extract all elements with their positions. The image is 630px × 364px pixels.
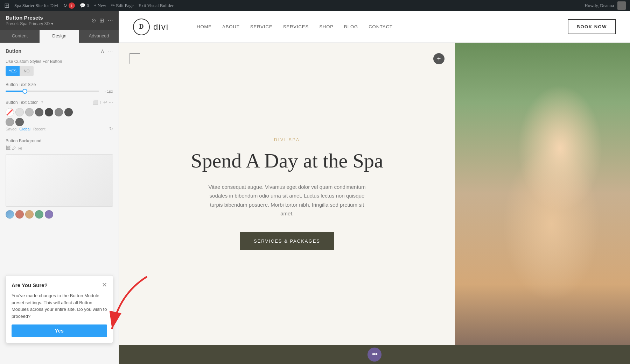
site-logo: D divi bbox=[133, 19, 169, 35]
color-ctrl-align-icon[interactable]: ↑ bbox=[100, 100, 102, 105]
avatar bbox=[617, 1, 626, 10]
tab-design[interactable]: Design bbox=[40, 30, 79, 43]
hero-corner-decoration bbox=[130, 53, 140, 64]
site-name[interactable]: Spa Starter Site for Divi bbox=[14, 3, 58, 8]
color-controls: ⬜ ↑ ↩ ⋯ bbox=[93, 100, 113, 105]
text-size-label: Button Text Size bbox=[6, 82, 113, 87]
swatch-gray2[interactable] bbox=[15, 118, 24, 126]
nav-contact[interactable]: CONTACT bbox=[369, 24, 393, 29]
section-menu-icon[interactable]: ⋯ bbox=[107, 48, 113, 54]
exit-builder-link[interactable]: Exit Visual Builder bbox=[139, 3, 174, 8]
text-color-help-icon: ? bbox=[41, 100, 43, 105]
swatch-dark[interactable] bbox=[64, 108, 73, 116]
use-custom-toggle[interactable]: YES NO bbox=[6, 66, 34, 76]
admin-bar-left: ⊞ Spa Starter Site for Divi ↻ 1 💬 0 + Ne… bbox=[4, 2, 174, 9]
bg-swatches bbox=[6, 210, 113, 219]
toggle-yes[interactable]: YES bbox=[6, 66, 20, 76]
more-options-button[interactable]: ••• bbox=[368, 348, 382, 362]
comment-count: 0 bbox=[87, 3, 89, 8]
portrait-image bbox=[455, 43, 630, 345]
sync-icon: ↻ bbox=[63, 3, 67, 8]
howdy-text: Howdy, Deanna bbox=[584, 3, 614, 8]
swatch-gray[interactable] bbox=[55, 108, 63, 116]
bg-edit-icon[interactable]: 🖊 bbox=[12, 145, 17, 151]
color-tab-global[interactable]: Global bbox=[19, 126, 30, 132]
nav-blog[interactable]: BLOG bbox=[344, 24, 358, 29]
panel-icons: ⊙ ⊞ ⋯ bbox=[91, 17, 113, 24]
tab-advanced[interactable]: Advanced bbox=[79, 30, 119, 43]
nav-about[interactable]: ABOUT bbox=[222, 24, 240, 29]
panel-header: Button Presets Preset: Spa Primary 3D ▾ … bbox=[0, 11, 119, 30]
use-custom-styles-label: Use Custom Styles For Button bbox=[6, 59, 113, 64]
bg-swatch-purple[interactable] bbox=[45, 210, 53, 219]
color-tab-reload-icon[interactable]: ↻ bbox=[109, 126, 113, 132]
sync-counter: ↻ 1 bbox=[63, 2, 75, 9]
right-content: D divi HOME ABOUT SERVICE SERVICES SHOP … bbox=[119, 11, 630, 364]
color-tab-saved[interactable]: Saved bbox=[6, 126, 16, 132]
nav-service[interactable]: SERVICE bbox=[250, 24, 273, 29]
book-now-button[interactable]: BOOK NOW bbox=[568, 19, 616, 34]
bg-grid-icon[interactable]: ⊞ bbox=[18, 145, 22, 151]
hero-description: Vitae consequat augue. Vivamus eget dolo… bbox=[203, 183, 371, 218]
nav-shop[interactable]: SHOP bbox=[319, 24, 334, 29]
hero-cta-button[interactable]: SERVICES & PACKAGES bbox=[240, 232, 334, 250]
swatch-medium-gray[interactable] bbox=[25, 108, 34, 116]
subtitle-chevron-icon[interactable]: ▾ bbox=[51, 21, 53, 26]
dialog-close-button[interactable]: ✕ bbox=[102, 281, 107, 289]
text-size-track bbox=[6, 91, 99, 92]
logo-circle: D bbox=[133, 19, 150, 35]
text-size-slider-row: - 1px bbox=[6, 89, 113, 93]
main-layout: Button Presets Preset: Spa Primary 3D ▾ … bbox=[0, 11, 630, 364]
slider-thumb[interactable] bbox=[22, 89, 27, 94]
comment-counter: 💬 0 bbox=[80, 3, 89, 8]
new-link[interactable]: + New bbox=[94, 3, 106, 8]
more-dots-icon: ••• bbox=[372, 350, 377, 358]
text-color-row: Button Text Color ? ⬜ ↑ ↩ ⋯ bbox=[6, 100, 113, 105]
site-nav: HOME ABOUT SERVICE SERVICES SHOP BLOG CO… bbox=[197, 24, 393, 29]
add-section-button[interactable]: + bbox=[433, 53, 444, 64]
section-collapse-icon[interactable]: ∧ bbox=[100, 48, 105, 54]
swatch-charcoal[interactable] bbox=[45, 108, 53, 116]
toggle-no[interactable]: NO bbox=[20, 66, 34, 76]
panel-subtitle-text: Preset: Spa Primary 3D bbox=[6, 21, 50, 26]
comment-icon: 💬 bbox=[80, 3, 85, 8]
color-ctrl-border-icon[interactable]: ⬜ bbox=[93, 100, 98, 105]
admin-bar-right: Howdy, Deanna bbox=[584, 1, 626, 10]
dialog-header: Are You Sure? ✕ bbox=[12, 281, 107, 289]
swatch-transparent[interactable] bbox=[6, 108, 14, 116]
bg-swatch-warm[interactable] bbox=[25, 210, 34, 219]
wordpress-icon[interactable]: ⊞ bbox=[4, 2, 9, 9]
bg-preview bbox=[6, 154, 113, 207]
tab-content[interactable]: Content bbox=[0, 30, 40, 43]
confirm-dialog: Are You Sure? ✕ You've made changes to t… bbox=[6, 275, 113, 343]
panel-title: Button Presets bbox=[6, 15, 53, 21]
admin-bar: ⊞ Spa Starter Site for Divi ↻ 1 💬 0 + Ne… bbox=[0, 0, 630, 11]
color-tabs: Saved Global Recent ↻ bbox=[6, 126, 113, 132]
layout-icon[interactable]: ⊞ bbox=[99, 17, 104, 24]
swatch-light-gray[interactable] bbox=[15, 108, 24, 116]
bg-swatch-green[interactable] bbox=[35, 210, 43, 219]
use-custom-styles-field: Use Custom Styles For Button YES NO bbox=[6, 59, 113, 76]
hero-right-image bbox=[455, 43, 630, 345]
bg-swatch-blue[interactable] bbox=[6, 210, 14, 219]
color-ctrl-reset-icon[interactable]: ↩ bbox=[103, 100, 107, 105]
swatch-dark-gray[interactable] bbox=[35, 108, 43, 116]
swatch-mid-gray[interactable] bbox=[6, 118, 14, 126]
more-icon[interactable]: ⋯ bbox=[107, 17, 113, 24]
text-size-field: Button Text Size - 1px bbox=[6, 82, 113, 93]
bottom-bar: ••• bbox=[119, 345, 630, 364]
bg-swatch-red[interactable] bbox=[15, 210, 24, 219]
hero-background bbox=[455, 43, 630, 345]
edit-page-link[interactable]: ✏ Edit Page bbox=[111, 3, 133, 8]
settings-icon[interactable]: ⊙ bbox=[91, 17, 96, 24]
panel-subtitle: Preset: Spa Primary 3D ▾ bbox=[6, 21, 53, 26]
bg-gradient-icon[interactable]: 🖼 bbox=[6, 145, 10, 151]
hero-subtitle: DIVI SPA bbox=[191, 137, 383, 142]
color-tab-recent[interactable]: Recent bbox=[33, 126, 46, 132]
color-ctrl-more-icon[interactable]: ⋯ bbox=[108, 100, 113, 105]
nav-home[interactable]: HOME bbox=[197, 24, 212, 29]
dialog-yes-button[interactable]: Yes bbox=[12, 324, 107, 337]
nav-services[interactable]: SERVICES bbox=[283, 24, 309, 29]
dialog-title: Are You Sure? bbox=[12, 282, 48, 288]
text-color-label: Button Text Color bbox=[6, 100, 38, 105]
